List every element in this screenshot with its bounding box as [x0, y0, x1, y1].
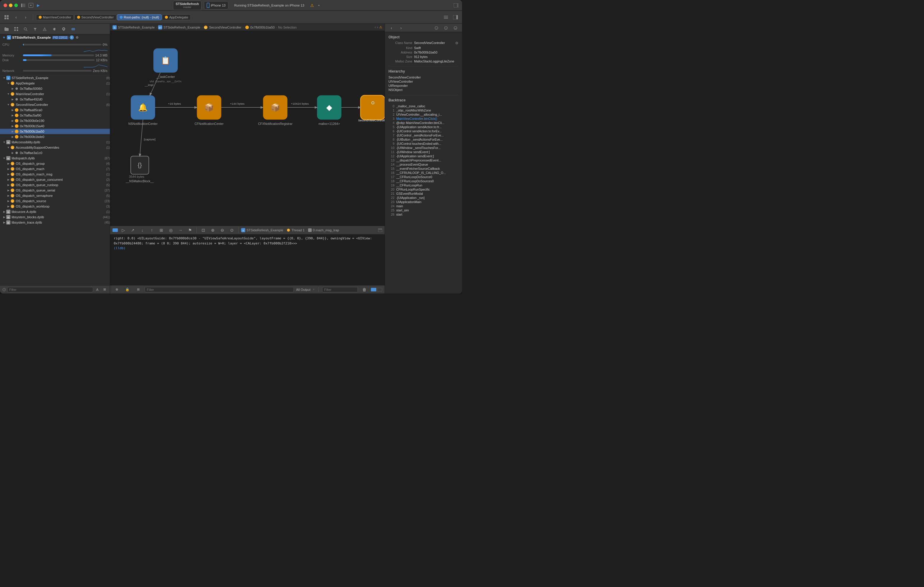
debug-hierarchy-icon[interactable]: ⊞	[157, 226, 165, 234]
console-output-type-icon[interactable]: ⊞	[134, 286, 142, 294]
debug-simulate-icon[interactable]: →	[176, 226, 185, 234]
debug-settings-icon[interactable]: ⚑	[186, 226, 194, 234]
breadcrumb-4[interactable]: 0x7fb000b1ba50	[250, 26, 275, 29]
filter-options-icon[interactable]: A	[94, 287, 100, 293]
backtrace-item[interactable]: 0 _malloc_zone_calloc	[388, 104, 459, 108]
backtrace-item[interactable]: 7 -[UIControl _sendActionsForEve...	[388, 133, 459, 137]
process-info-icon[interactable]: i	[70, 35, 74, 39]
stop-button[interactable]: ■	[28, 3, 33, 8]
close-button[interactable]	[3, 3, 7, 7]
tree-item-OSdispatchmach[interactable]: ▶SOS_dispatch_mach(7)	[0, 166, 110, 172]
console-lock-icon[interactable]: 🔒	[123, 286, 132, 294]
maximize-button[interactable]	[14, 3, 18, 7]
backtrace-item[interactable]: 23 UIApplicationMain	[388, 200, 459, 204]
tree-item-OSdispatchsource[interactable]: ▶SOS_dispatch_source(23)	[0, 198, 110, 204]
tree-item-OSdispatchworkloop[interactable]: ▶SOS_dispatch_workloop(3)	[0, 204, 110, 209]
backtrace-item[interactable]: 13 __dispatchPreprocessedEvent...	[388, 158, 459, 162]
folder-icon[interactable]	[2, 25, 11, 33]
debug-view-toggle[interactable]	[112, 229, 118, 232]
inspector-nav-prev[interactable]: ‹	[387, 24, 396, 32]
backtrace-item[interactable]: 15 __eventFetcherSourceCallback	[388, 166, 459, 171]
backtrace-item[interactable]: 21 GSEventRunModal	[388, 191, 459, 196]
inspector-nav-next[interactable]: ›	[397, 24, 405, 32]
tree-item-OSdispatchqueueserial[interactable]: ▶SOS_dispatch_queue_serial(37)	[0, 187, 110, 193]
tree-item-MainViewController[interactable]: ▼SMainViewController(1)	[0, 91, 110, 97]
backtrace-item[interactable]: 4 @objc MainViewController.btnCli...	[388, 121, 459, 125]
backtrace-item[interactable]: 14 __processEventQueue	[388, 162, 459, 166]
add-tab-button[interactable]: +	[317, 3, 321, 8]
location-icon[interactable]	[59, 25, 68, 33]
console-view-toggle-right[interactable]	[377, 288, 382, 291]
tree-toggle[interactable]: ▶	[7, 199, 10, 203]
tree-toggle[interactable]: ▶	[2, 220, 6, 224]
backtrace-item[interactable]: 25 start_sim	[388, 208, 459, 212]
backtrace-item[interactable]: 24 main	[388, 204, 459, 208]
console-trash-icon[interactable]: 🗑	[360, 286, 368, 294]
hierarchy-item[interactable]: NSObject	[388, 88, 459, 92]
nav-prev-icon[interactable]: ‹	[375, 25, 376, 29]
tree-item-libicucoreAdylib[interactable]: ▶liblibicucore.A.dylib(1)	[0, 209, 110, 214]
backtrace-item[interactable]: 3 MainViewController.btnClick()	[388, 117, 459, 121]
zoom-in-icon[interactable]: ⊕	[209, 226, 217, 234]
grid-icon[interactable]	[12, 25, 20, 33]
zoom-actual-icon[interactable]: ⊙	[228, 226, 236, 234]
backtrace-item[interactable]: 1 _objc_rootAllocWithZone	[388, 108, 459, 112]
inspector-tab-2[interactable]: ?	[442, 24, 450, 32]
backtrace-item[interactable]: 2 UIViewController.__allocating_i...	[388, 112, 459, 117]
grid-view-icon[interactable]	[2, 13, 11, 21]
tree-item-libdispatchdylib[interactable]: ▼liblibdispatch.dylib(87)	[0, 156, 110, 161]
memory-icon[interactable]	[69, 25, 78, 33]
tree-toggle[interactable]: ▶	[11, 135, 14, 138]
console-filter-input[interactable]	[145, 287, 294, 292]
memory-graph-canvas[interactable]: 📋 __taskCenter VM: CoreFo...ion __DATA 🔔…	[110, 31, 384, 226]
tree-toggle[interactable]: ▶	[11, 87, 14, 90]
tree-toggle[interactable]: ▶	[7, 167, 10, 171]
tree-toggle[interactable]: ▶	[7, 189, 10, 192]
breadcrumb-3[interactable]: SecondViewController	[209, 26, 241, 29]
backtrace-item[interactable]: 11 -[UIWindow sendEvent:]	[388, 150, 459, 154]
breakpoint-icon[interactable]	[50, 25, 58, 33]
run-destination-selector[interactable]: iPhone 13	[204, 1, 228, 10]
tree-toggle[interactable]: ▶	[2, 215, 6, 219]
console-search-input[interactable]	[322, 287, 358, 292]
tab-second-view[interactable]: SecondViewController	[74, 14, 116, 20]
filter-sidebar-icon[interactable]	[31, 25, 39, 33]
tab-root-paths[interactable]: Root-paths: (null) - (null)	[117, 14, 162, 20]
tree-item-libsystemtracedylib[interactable]: ▶liblibsystem_trace.dylib(45)	[0, 220, 110, 225]
zoom-out-icon[interactable]: ⊖	[218, 226, 226, 234]
console-view-toggle-left[interactable]	[371, 288, 376, 291]
tree-item-OSdispatchsemaphore[interactable]: ▶SOS_dispatch_semaphore(5)	[0, 193, 110, 198]
right-panel-toggle[interactable]	[454, 3, 459, 7]
debug-step-into-icon[interactable]: ↓	[138, 226, 147, 234]
tree-toggle[interactable]: ▼	[2, 140, 6, 144]
console-clear-icon[interactable]: ⊗	[112, 286, 121, 294]
tree-toggle[interactable]: ▶	[7, 194, 10, 197]
nav-next-icon[interactable]: ›	[377, 25, 378, 29]
hierarchy-item[interactable]: UIResponder	[388, 84, 459, 88]
hierarchy-item[interactable]: SecondViewController	[388, 75, 459, 79]
tree-toggle[interactable]: ▶	[7, 183, 10, 187]
tree-item-OSdispatchmachmsg[interactable]: ▶SOS_dispatch_mach_msg(1)	[0, 172, 110, 177]
tree-item-0x7fb000b0e190[interactable]: ▶0x7fb000b0e190	[0, 118, 110, 123]
tree-item-OSdispatchgroup[interactable]: ▶SOS_dispatch_group(4)	[0, 161, 110, 166]
tree-toggle[interactable]: ▶	[7, 205, 10, 208]
tree-toggle[interactable]: ▼	[2, 76, 6, 80]
filter-input[interactable]	[7, 287, 93, 292]
tree-item-AppDelegate[interactable]: ▼SAppDelegate(1)	[0, 81, 110, 86]
backtrace-item[interactable]: 18 __CFRunLoopDoSources0	[388, 179, 459, 183]
debug-step-out-icon[interactable]: ↑	[148, 226, 156, 234]
tree-toggle[interactable]: ▶	[11, 97, 14, 101]
hierarchy-item[interactable]: UIViewController	[388, 79, 459, 84]
run-button[interactable]: ▶	[36, 3, 41, 8]
backtrace-item[interactable]: 12 -[UIApplication sendEvent:]	[388, 154, 459, 158]
backtrace-item[interactable]: 6 -[UIControl sendAction:to:forEv...	[388, 129, 459, 133]
tree-toggle[interactable]: ▶	[11, 124, 14, 128]
inspector-tab-3[interactable]: ⇒	[451, 24, 460, 32]
tree-item-0x7faffac50060[interactable]: ▶0x7faffac50060	[0, 86, 110, 91]
inspector-panel-toggle[interactable]	[451, 13, 460, 21]
inspector-tab-1[interactable]: i	[432, 24, 441, 32]
search-sidebar-icon[interactable]	[21, 25, 30, 33]
tree-toggle[interactable]: ▼	[7, 146, 10, 149]
process-settings-icon[interactable]: ⚙	[76, 36, 79, 39]
backtrace-item[interactable]: 17 __CFRunLoopDoSource0	[388, 175, 459, 179]
